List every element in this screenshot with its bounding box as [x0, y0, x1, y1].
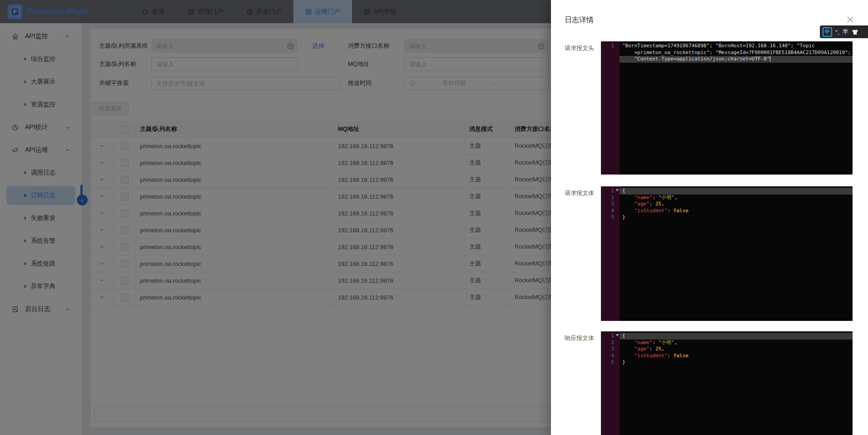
request-body-label: 请求报文体: [565, 189, 594, 197]
code-line: =primeton_oa_rockettopic"; "MessageId=7F…: [601, 50, 853, 56]
code-line: 3 "age": 25,: [601, 201, 853, 208]
request-body-editor[interactable]: 1{2 "name": "小明",3 "age": 25,4 "isStuden…: [601, 186, 853, 321]
code-line: 5}: [601, 214, 853, 221]
log-detail-drawer: 日志详情 请求报文头1"BornTimestamp=1749106746898"…: [551, 0, 868, 435]
code-line: 1"BornTimestamp=1749106746898"; "BornHos…: [601, 43, 853, 50]
response-body-editor[interactable]: 1{2 "name": "小明",3 "age": 25,4 "isStuden…: [601, 331, 853, 435]
text-cursor: [770, 56, 771, 61]
ime-toolbar: 中 °, 半: [820, 25, 868, 38]
ime-half-width-toggle[interactable]: 半: [843, 28, 848, 36]
code-line: 3 "age": 25,: [601, 346, 853, 353]
fold-arrow-icon[interactable]: [615, 189, 619, 191]
code-line: 4 "isStudent": false: [601, 208, 853, 215]
code-line: 5}: [601, 359, 853, 366]
code-line: 2 "name": "小明",: [601, 195, 853, 201]
request-header-editor[interactable]: 1"BornTimestamp=1749106746898"; "BornHos…: [601, 41, 853, 175]
code-line: 1{: [601, 333, 853, 340]
drawer-title: 日志详情: [565, 15, 594, 25]
close-icon[interactable]: [846, 15, 854, 24]
fold-arrow-icon[interactable]: [615, 334, 619, 336]
code-line: 2 "name": "小明",: [601, 340, 853, 346]
ime-chinese-mode-icon[interactable]: 中: [823, 27, 832, 37]
request-header-label: 请求报文头: [565, 44, 594, 52]
screen: P Primeton iPaaS 首页管理门户开发门户运维门户API市场 API…: [0, 0, 868, 435]
ime-punctuation-toggle[interactable]: °,: [835, 29, 839, 35]
response-body-label: 响应报文体: [565, 334, 594, 342]
ime-skin-icon[interactable]: [852, 29, 858, 35]
code-line: "Content-Type=application/json;charset=U…: [601, 56, 853, 63]
code-line: 4 "isStudent": false: [601, 353, 853, 360]
code-line: 1{: [601, 188, 853, 195]
